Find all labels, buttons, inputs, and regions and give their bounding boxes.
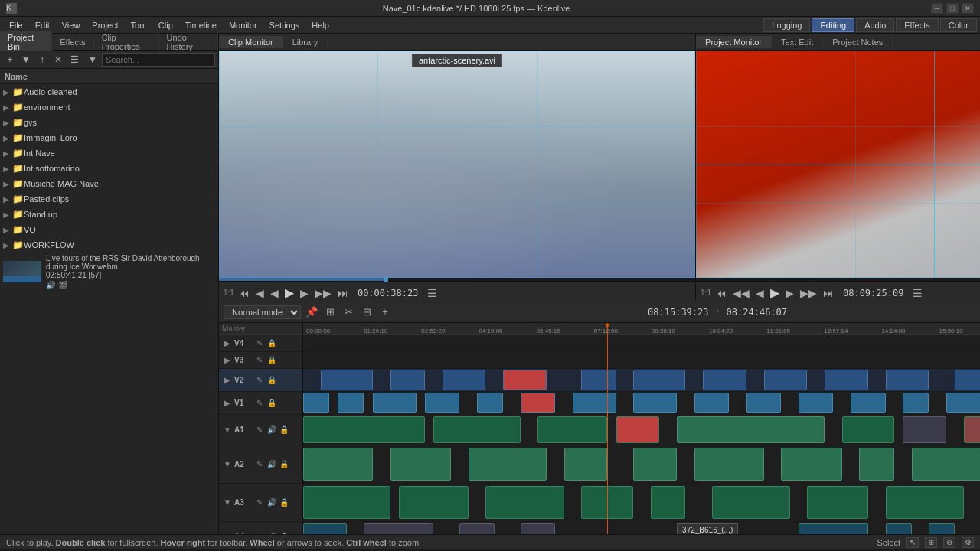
maximize-button[interactable]: □ (946, 3, 959, 14)
clip-a4-7[interactable] (929, 523, 955, 534)
status-zoom-out[interactable]: ⊖ (943, 537, 956, 548)
tl-ungroup-button[interactable]: ⊟ (359, 305, 374, 320)
tree-item-immagini[interactable]: ▶ 📁 Immagini Loro (0, 130, 218, 145)
clip-a3-8[interactable] (886, 486, 964, 519)
clip-v1-1[interactable] (303, 393, 329, 412)
dropdown-button[interactable]: ▼ (19, 53, 33, 67)
clip-a3-1[interactable] (303, 486, 390, 519)
menu-button[interactable]: ☰ (67, 53, 81, 67)
clip-v2-5[interactable] (581, 370, 616, 390)
mode-audio[interactable]: Audio (856, 18, 894, 32)
goto-start-button[interactable]: ⏮ (237, 287, 251, 299)
proj-next-button[interactable]: ▶▶ (799, 287, 818, 299)
clip-v1-2[interactable] (338, 393, 364, 412)
track-mute-a2[interactable]: 🔊 (266, 459, 277, 470)
tl-pin-button[interactable]: 📌 (304, 305, 319, 320)
track-row-v2[interactable] (303, 369, 980, 392)
mode-editing[interactable]: Editing (812, 18, 854, 32)
timeline-ruler[interactable]: 00:00:00 01:26:10 02:52:20 04:19:05 05:4… (303, 323, 980, 335)
status-select-icon[interactable]: ↖ (906, 537, 919, 548)
tree-item-pasted[interactable]: ▶ 📁 Pasted clips (0, 191, 218, 207)
track-expand-a2[interactable]: ▼ (222, 459, 233, 470)
tl-add-button[interactable]: + (377, 305, 393, 320)
menu-settings[interactable]: Settings (263, 19, 306, 31)
prev-frame-button[interactable]: ◀ (269, 287, 280, 299)
clip-a4-2[interactable] (364, 523, 433, 534)
clip-a2-6[interactable] (694, 448, 764, 481)
clip-v2-7[interactable] (703, 370, 746, 390)
clip-v1-7[interactable] (573, 393, 616, 412)
proj-goto-end-button[interactable]: ⏭ (822, 287, 835, 299)
menu-ctrl-button[interactable]: ☰ (426, 287, 439, 299)
track-lock-v1[interactable]: ✎ (254, 398, 265, 409)
track-solo-a4[interactable]: 🔒 (279, 532, 289, 535)
status-zoom-in[interactable]: ⊕ (925, 537, 937, 548)
tree-item-int-sotto[interactable]: ▶ 📁 Int sottomarino (0, 161, 218, 176)
track-mute-v4[interactable]: 🔒 (266, 338, 277, 349)
track-expand-a4[interactable]: ▼ (222, 532, 233, 535)
track-row-v3[interactable] (303, 352, 980, 369)
tab-text-edit[interactable]: Text Edit (772, 36, 823, 48)
track-expand-v2[interactable]: ▶ (222, 375, 233, 386)
clip-v2-9[interactable] (825, 370, 868, 390)
window-controls[interactable]: ─ □ ✕ (931, 3, 974, 14)
clip-a2-2[interactable] (390, 448, 451, 481)
tab-clip-monitor[interactable]: Clip Monitor (219, 36, 283, 48)
clip-a1-6[interactable] (842, 416, 894, 442)
goto-end-button[interactable]: ⏭ (336, 287, 350, 299)
clip-a3-7[interactable] (807, 486, 867, 519)
clip-v2-3[interactable] (443, 370, 486, 390)
proj-next-frame-button[interactable]: ▶ (784, 287, 795, 299)
clip-a3-3[interactable] (485, 486, 564, 519)
tl-group-button[interactable]: ⊞ (322, 305, 338, 320)
mode-logging[interactable]: Logging (763, 18, 810, 32)
track-expand-a1[interactable]: ▼ (222, 425, 233, 435)
track-lock-a1[interactable]: ✎ (254, 425, 265, 435)
clip-v1-11[interactable] (799, 393, 833, 412)
mode-effects[interactable]: Effects (896, 18, 938, 32)
clip-a4-6[interactable] (886, 523, 912, 534)
clip-a2-3[interactable] (469, 448, 547, 481)
track-lock-a3[interactable]: ✎ (254, 497, 265, 508)
tracks-body[interactable]: 00:00:00 01:26:10 02:52:20 04:19:05 05:4… (303, 323, 980, 534)
tree-item-workflow[interactable]: ▶ 📁 WORKFLOW (0, 237, 218, 253)
tree-item-gvs[interactable]: ▶ 📁 gvs (0, 115, 218, 130)
clip-a1-3[interactable] (537, 416, 607, 442)
track-expand-v4[interactable]: ▶ (222, 338, 233, 349)
tab-project-bin[interactable]: Project Bin (0, 31, 52, 53)
menu-monitor[interactable]: Monitor (223, 19, 263, 31)
track-lock-a2[interactable]: ✎ (254, 459, 265, 470)
track-row-a1[interactable] (303, 415, 980, 445)
tree-item-musiche[interactable]: ▶ 📁 Musiche MAG Nave (0, 176, 218, 191)
clip-v1-4[interactable] (425, 393, 459, 412)
proj-play-button[interactable]: ▶ (769, 285, 781, 300)
track-lock-v4[interactable]: ✎ (254, 338, 265, 349)
track-expand-v1[interactable]: ▶ (222, 398, 233, 409)
clip-a1-8[interactable] (964, 416, 980, 442)
clip-monitor-video[interactable]: antarctic-scenery.avi (219, 51, 695, 278)
menu-help[interactable]: Help (305, 19, 335, 31)
clip-v1-8[interactable] (633, 393, 677, 412)
play-button[interactable]: ▶ (283, 285, 296, 300)
track-expand-a3[interactable]: ▼ (222, 497, 233, 508)
tl-cut-button[interactable]: ✂ (341, 305, 356, 320)
clip-a3-2[interactable] (399, 486, 469, 519)
menu-view[interactable]: View (56, 19, 87, 31)
track-mute-v3[interactable]: 🔒 (266, 355, 277, 366)
clip-v2-8[interactable] (764, 370, 808, 390)
clip-v2-2[interactable] (390, 370, 425, 390)
tab-project-notes[interactable]: Project Notes (823, 36, 893, 48)
track-mute-a4[interactable]: 🔊 (266, 532, 277, 535)
proj-prev-frame-button[interactable]: ◀ (754, 287, 766, 299)
clip-thumb-item[interactable]: Live tours of the RRS Sir David Attenbor… (0, 253, 218, 291)
status-settings[interactable]: ⚙ (962, 537, 974, 548)
track-mute-v1[interactable]: 🔒 (266, 398, 277, 409)
clip-v1-3[interactable] (373, 393, 416, 412)
track-row-a2[interactable] (303, 445, 980, 484)
clip-a1-2[interactable] (433, 416, 521, 442)
timeline-mode-select[interactable]: Normal mode (224, 305, 301, 319)
clip-a2-7[interactable] (781, 448, 841, 481)
clip-v2-6[interactable] (633, 370, 685, 390)
proj-goto-start-button[interactable]: ⏮ (714, 287, 728, 299)
menu-tool[interactable]: Tool (125, 19, 152, 31)
